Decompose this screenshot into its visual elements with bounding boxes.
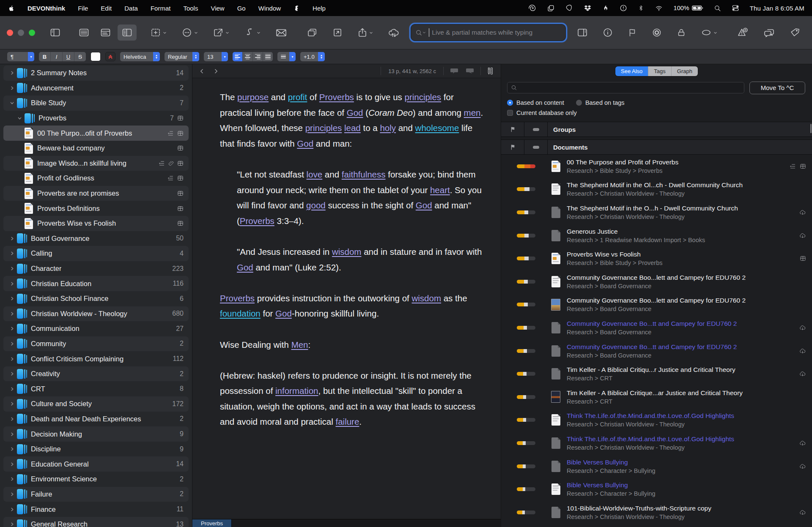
open-externally-button[interactable] bbox=[209, 25, 233, 41]
bluetooth-icon[interactable] bbox=[638, 4, 644, 12]
result-title[interactable]: Proverbs Wise vs Foolish bbox=[567, 251, 796, 258]
chevron-down-icon[interactable] bbox=[8, 101, 15, 105]
doc-link[interactable]: Proverbs bbox=[319, 92, 354, 102]
align-left-button[interactable] bbox=[233, 52, 242, 61]
menu-item-edit[interactable]: Edit bbox=[101, 5, 112, 12]
font-weight-select[interactable]: Regular ▲▼ bbox=[165, 52, 199, 61]
inspector-toggle-icon[interactable] bbox=[573, 25, 592, 41]
result-title[interactable]: Generous Justice bbox=[567, 228, 796, 235]
result-title[interactable]: Community Governance Boo...lett and Camp… bbox=[567, 297, 803, 304]
see-also-result-row[interactable]: Proverbs Wise vs FoolishResearch > Bible… bbox=[501, 247, 812, 270]
sidebar-document-profit-of-godliness[interactable]: Profit of Godliness bbox=[3, 171, 189, 186]
chevron-right-icon[interactable] bbox=[8, 386, 15, 392]
apple-icon[interactable] bbox=[8, 4, 15, 12]
sidebar-document-proverbs-wise-vs-foolish[interactable]: Proverbs Wise vs Foolish bbox=[3, 216, 189, 231]
take-note-button[interactable] bbox=[240, 25, 264, 41]
sidebar-group-education-general[interactable]: Education General14 bbox=[3, 456, 189, 472]
minimize-window-button[interactable] bbox=[18, 30, 24, 36]
spotlight-icon[interactable] bbox=[714, 5, 721, 12]
menu-app-name[interactable]: DEVONthink bbox=[27, 5, 65, 12]
sidebar-group-christian-education[interactable]: Christian Education116 bbox=[3, 276, 189, 291]
tab-tags[interactable]: Tags bbox=[648, 66, 671, 76]
doc-link[interactable]: God bbox=[297, 139, 313, 148]
sidebar-group-culture-and-society[interactable]: Culture and Society172 bbox=[3, 396, 189, 412]
nav-forward-icon[interactable] bbox=[213, 68, 219, 75]
lock-icon[interactable] bbox=[673, 25, 690, 41]
chat-icon[interactable] bbox=[760, 25, 779, 41]
move-to-button[interactable]: Move To ^C bbox=[749, 82, 805, 94]
view-widescreen-icon[interactable] bbox=[118, 25, 137, 41]
document-editor[interactable]: The purpose and profit of Proverbs is to… bbox=[192, 78, 501, 519]
bold-button[interactable]: B bbox=[39, 52, 50, 61]
doc-link[interactable]: purpose bbox=[237, 92, 269, 102]
doc-link[interactable]: good bbox=[306, 200, 326, 210]
reveal-icon[interactable] bbox=[329, 25, 346, 41]
sidebar-group-board-governance[interactable]: Board Governance50 bbox=[3, 231, 189, 246]
result-title[interactable]: Think The.Life.of.the.Mind.and.the.Love.… bbox=[567, 435, 796, 443]
doc-link[interactable]: God bbox=[275, 309, 292, 318]
doc-link[interactable]: God bbox=[237, 262, 253, 272]
chevron-right-icon[interactable] bbox=[8, 492, 15, 497]
see-also-result-row[interactable]: Bible Verses BullyingResearch > Characte… bbox=[501, 478, 812, 501]
chevron-right-icon[interactable] bbox=[8, 446, 15, 452]
see-also-result-row[interactable]: Tim Keller - A Biblical Critique...ar Ju… bbox=[501, 385, 812, 409]
doc-link[interactable]: foundation bbox=[220, 309, 261, 318]
chevron-right-icon[interactable] bbox=[8, 522, 15, 527]
sidebar-document-proverbs-are-not-promises[interactable]: Proverbs are not promises bbox=[3, 186, 189, 201]
sidebar-group-advancement[interactable]: Advancement2 bbox=[3, 81, 189, 96]
see-also-result-row[interactable]: Think The.Life.of.the.Mind.and.the.Love.… bbox=[501, 431, 812, 455]
italic-button[interactable]: I bbox=[51, 52, 62, 61]
sidebar-document-proverbs-definitions[interactable]: Proverbs Definitions bbox=[3, 201, 189, 216]
sidebar-group-christian-school-finance[interactable]: Christian School Finance6 bbox=[3, 291, 189, 306]
sidebar-group-2-summary-notes[interactable]: 2 Summary Notes14 bbox=[3, 66, 189, 81]
annotation-bubble-icon[interactable] bbox=[449, 67, 459, 75]
sidebar-group-creativity[interactable]: Creativity2 bbox=[3, 366, 189, 382]
menu-item-tools[interactable]: Tools bbox=[183, 5, 198, 12]
editing-tools-icon[interactable] bbox=[486, 66, 494, 76]
doc-link[interactable]: love bbox=[307, 169, 323, 179]
sidebar-group-communication[interactable]: Communication27 bbox=[3, 321, 189, 336]
result-title[interactable]: 101-Biblical-Worldview-Truths-with-Scrip… bbox=[567, 505, 796, 512]
tab-see-also[interactable]: See Also bbox=[615, 66, 648, 76]
view-standard-icon[interactable] bbox=[96, 25, 115, 41]
spiral-icon[interactable] bbox=[528, 4, 536, 12]
chevron-right-icon[interactable] bbox=[8, 431, 15, 437]
sidebar-group-proverbs[interactable]: Proverbs7 bbox=[3, 111, 189, 126]
see-also-result-row[interactable]: Community Governance Boo...lett and Camp… bbox=[501, 293, 812, 317]
see-also-result-row[interactable]: 00 The Purpose and Profit of ProverbsRes… bbox=[501, 155, 812, 178]
doc-link[interactable]: faithfulness bbox=[342, 169, 386, 179]
doc-link[interactable]: principles bbox=[305, 123, 342, 133]
chevron-right-icon[interactable] bbox=[8, 341, 15, 347]
doc-link[interactable]: God bbox=[416, 200, 432, 210]
doc-link[interactable]: wholesome bbox=[415, 123, 459, 133]
info-icon[interactable] bbox=[599, 25, 617, 41]
flame-icon[interactable] bbox=[602, 4, 609, 12]
font-size-select[interactable]: 13 ▾ bbox=[204, 52, 228, 61]
concordance-button[interactable] bbox=[697, 25, 721, 41]
see-also-result-row[interactable]: Bible Verses BullyingResearch > Characte… bbox=[501, 455, 812, 478]
result-title[interactable]: Community Governance Bo...tt and Campey … bbox=[567, 343, 796, 351]
chevron-right-icon[interactable] bbox=[8, 281, 15, 287]
see-also-result-row[interactable]: Community Governance Boo...lett and Camp… bbox=[501, 270, 812, 293]
result-title[interactable]: Community Governance Boo...lett and Camp… bbox=[567, 274, 803, 281]
doc-link[interactable]: heart bbox=[430, 185, 450, 195]
chevron-down-icon[interactable] bbox=[16, 116, 23, 120]
menu-item-go[interactable]: Go bbox=[237, 5, 246, 12]
chevron-right-icon[interactable] bbox=[8, 311, 15, 317]
sidebar-group-calling[interactable]: Calling4 bbox=[3, 246, 189, 261]
alert-circle-icon[interactable] bbox=[620, 4, 627, 12]
see-also-result-row[interactable]: Community Governance Bo...tt and Campey … bbox=[501, 316, 812, 339]
radio-based-on-content[interactable]: Based on content bbox=[507, 99, 564, 106]
flag-icon[interactable] bbox=[624, 25, 641, 41]
doc-link[interactable]: failure bbox=[336, 417, 359, 426]
chevron-right-icon[interactable] bbox=[8, 251, 15, 256]
doc-link[interactable]: Proverbs bbox=[240, 216, 274, 226]
wifi-icon[interactable] bbox=[655, 5, 663, 12]
sidebar-group-conflict-criticism-complaining[interactable]: Conflict Criticism Complaining112 bbox=[3, 351, 189, 366]
zoom-window-button[interactable] bbox=[29, 30, 35, 36]
chevron-right-icon[interactable] bbox=[8, 85, 15, 91]
sidebar-toggle-icon[interactable] bbox=[46, 25, 65, 41]
result-title[interactable]: 00 The Purpose and Profit of Proverbs bbox=[567, 158, 786, 166]
result-title[interactable]: Tim Keller - A Biblical Critique...ar Ju… bbox=[567, 389, 803, 397]
line-spacing-select[interactable]: +1.0 ▲▼ bbox=[300, 52, 325, 61]
